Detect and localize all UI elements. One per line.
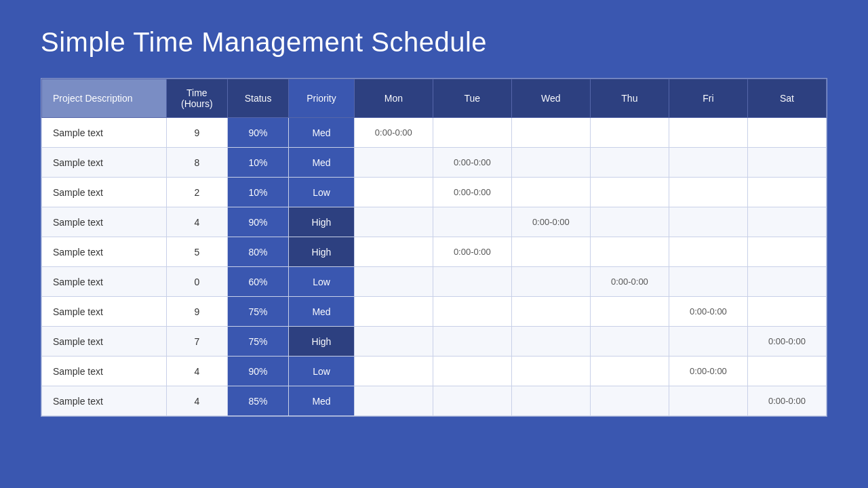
time-cell: 4 (166, 357, 227, 386)
mon-cell (354, 267, 433, 297)
mon-cell (354, 297, 433, 327)
tue-cell (433, 386, 511, 416)
status-cell: 75% (227, 297, 288, 327)
status-cell: 90% (227, 357, 288, 386)
sat-cell (747, 207, 826, 237)
table-row: Sample text810%Med0:00-0:00 (42, 148, 827, 178)
project-desc-cell: Sample text (42, 178, 167, 207)
col-header-thu: Thu (590, 79, 669, 118)
page-title: Simple Time Management Schedule (41, 27, 487, 58)
thu-cell: 0:00-0:00 (590, 267, 669, 297)
tue-cell: 0:00-0:00 (433, 178, 511, 207)
table-row: Sample text580%High0:00-0:00 (42, 237, 827, 267)
tue-cell (433, 327, 511, 357)
time-cell: 4 (166, 386, 227, 416)
tue-cell (433, 297, 511, 327)
project-desc-cell: Sample text (42, 267, 167, 297)
tue-cell (433, 118, 511, 148)
status-cell: 90% (227, 207, 288, 237)
thu-cell (590, 386, 669, 416)
wed-cell (511, 357, 590, 386)
fri-cell: 0:00-0:00 (669, 297, 747, 327)
col-header-sat: Sat (747, 79, 826, 118)
status-cell: 80% (227, 237, 288, 267)
thu-cell (590, 327, 669, 357)
priority-cell: Med (289, 148, 355, 178)
status-cell: 85% (227, 386, 288, 416)
project-desc-cell: Sample text (42, 118, 167, 148)
sat-cell: 0:00-0:00 (747, 327, 826, 357)
tue-cell (433, 267, 511, 297)
project-desc-cell: Sample text (42, 386, 167, 416)
priority-cell: High (289, 207, 355, 237)
sat-cell: 0:00-0:00 (747, 386, 826, 416)
wed-cell (511, 267, 590, 297)
col-header-mon: Mon (354, 79, 433, 118)
fri-cell (669, 237, 747, 267)
priority-cell: High (289, 327, 355, 357)
schedule-table: Project DescriptionTime (Hours)StatusPri… (41, 78, 827, 417)
fri-cell (669, 118, 747, 148)
wed-cell (511, 118, 590, 148)
status-cell: 10% (227, 148, 288, 178)
time-cell: 8 (166, 148, 227, 178)
priority-cell: High (289, 237, 355, 267)
table-row: Sample text210%Low0:00-0:00 (42, 178, 827, 207)
sat-cell (747, 267, 826, 297)
thu-cell (590, 207, 669, 237)
wed-cell: 0:00-0:00 (511, 207, 590, 237)
priority-cell: Med (289, 297, 355, 327)
sat-cell (747, 237, 826, 267)
fri-cell (669, 207, 747, 237)
fri-cell (669, 267, 747, 297)
status-cell: 75% (227, 327, 288, 357)
wed-cell (511, 327, 590, 357)
wed-cell (511, 178, 590, 207)
project-desc-cell: Sample text (42, 148, 167, 178)
project-desc-cell: Sample text (42, 297, 167, 327)
project-desc-cell: Sample text (42, 327, 167, 357)
sat-cell (747, 297, 826, 327)
sat-cell (747, 357, 826, 386)
header-row: Project DescriptionTime (Hours)StatusPri… (42, 79, 827, 118)
time-cell: 5 (166, 237, 227, 267)
tue-cell: 0:00-0:00 (433, 148, 511, 178)
time-cell: 7 (166, 327, 227, 357)
wed-cell (511, 386, 590, 416)
thu-cell (590, 178, 669, 207)
mon-cell (354, 148, 433, 178)
fri-cell (669, 327, 747, 357)
table-row: Sample text485%Med0:00-0:00 (42, 386, 827, 416)
table-row: Sample text990%Med0:00-0:00 (42, 118, 827, 148)
time-cell: 9 (166, 297, 227, 327)
col-header-fri: Fri (669, 79, 747, 118)
status-cell: 60% (227, 267, 288, 297)
mon-cell (354, 357, 433, 386)
sat-cell (747, 148, 826, 178)
col-header-time: Time (Hours) (166, 79, 227, 118)
thu-cell (590, 148, 669, 178)
table-row: Sample text490%High0:00-0:00 (42, 207, 827, 237)
priority-cell: Med (289, 118, 355, 148)
mon-cell (354, 386, 433, 416)
wed-cell (511, 297, 590, 327)
wed-cell (511, 148, 590, 178)
col-header-tue: Tue (433, 79, 511, 118)
table-row: Sample text490%Low0:00-0:00 (42, 357, 827, 386)
time-cell: 2 (166, 178, 227, 207)
mon-cell (354, 327, 433, 357)
time-cell: 4 (166, 207, 227, 237)
col-header-status: Status (227, 79, 288, 118)
table-row: Sample text975%Med0:00-0:00 (42, 297, 827, 327)
col-header-wed: Wed (511, 79, 590, 118)
fri-cell (669, 148, 747, 178)
priority-cell: Low (289, 178, 355, 207)
wed-cell (511, 237, 590, 267)
fri-cell (669, 178, 747, 207)
tue-cell (433, 207, 511, 237)
tue-cell: 0:00-0:00 (433, 237, 511, 267)
time-cell: 0 (166, 267, 227, 297)
table-row: Sample text060%Low0:00-0:00 (42, 267, 827, 297)
tue-cell (433, 357, 511, 386)
fri-cell (669, 386, 747, 416)
